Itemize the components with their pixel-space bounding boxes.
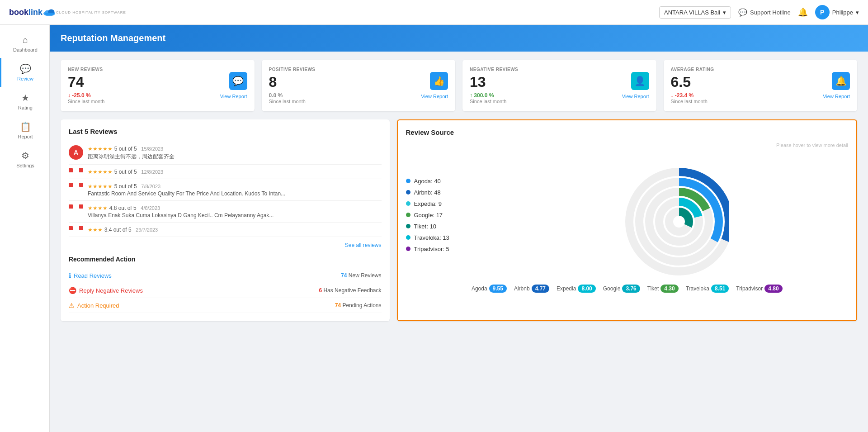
agoda-label: Agoda: 40 xyxy=(414,178,441,185)
rating-agoda: Agoda 9.55 xyxy=(472,285,507,293)
review-meta-2: ★★★★★ 5 out of 5 12/8/2023 xyxy=(88,168,382,175)
page-title: Reputation Management xyxy=(61,33,857,43)
review-flag-3 xyxy=(69,183,83,187)
content-area: NEW REVIEWS 74 ↓ -25.0 % Since last mont… xyxy=(50,52,868,329)
card-positive-right: 👍 View Report xyxy=(421,72,448,99)
card-avg-right: 🔔 View Report xyxy=(823,72,850,99)
positive-reviews-label: POSITIVE REVIEWS xyxy=(269,67,316,72)
legend-agoda: Agoda: 40 xyxy=(406,178,465,185)
agoda-source-label: Agoda xyxy=(472,285,487,292)
sidebar-item-report[interactable]: 📋 Report xyxy=(0,116,49,145)
agoda-dot xyxy=(406,179,410,183)
legend-traveloka: Traveloka: 13 xyxy=(406,234,465,241)
tripadvisor-source-label: Tripadvisor xyxy=(736,285,763,292)
average-rating-view-report[interactable]: View Report xyxy=(823,94,850,99)
card-new-reviews-right: 💬 View Report xyxy=(220,72,247,99)
action-required-label[interactable]: ⚠ Action Required xyxy=(69,302,119,309)
review-stars-1: ★★★★★ xyxy=(88,146,113,152)
negative-reviews-view-report[interactable]: View Report xyxy=(622,94,649,99)
google-score: 3.76 xyxy=(622,285,640,293)
review-flag-2 xyxy=(69,168,83,172)
review-text-3: Fantastic Room And Service Quality For T… xyxy=(88,190,382,197)
legend-tripadvisor: Tripadvisor: 5 xyxy=(406,246,465,252)
review-item-3: ★★★★★ 5 out of 5 7/8/2023 Fantastic Room… xyxy=(69,179,382,201)
user-menu[interactable]: P Philippe ▾ xyxy=(815,5,859,19)
new-reviews-since: Since last month xyxy=(68,99,104,104)
report-icon: 📋 xyxy=(20,121,31,132)
review-source-panel: Review Source Please hover to view more … xyxy=(397,119,858,321)
chevron-down-icon: ▾ xyxy=(723,9,726,16)
card-negative-left: NEGATIVE REVIEWS 13 ↑ 300.0 % Since last… xyxy=(470,67,518,104)
bottom-section: Last 5 Reviews A ★★★★★ 5 out of 5 15/8/2… xyxy=(61,119,857,321)
sidebar-item-rating[interactable]: ★ Rating xyxy=(0,87,49,116)
donut-chart xyxy=(593,152,729,278)
action-required: ⚠ Action Required 74 Pending Actions xyxy=(69,298,382,313)
card-negative-right: 👤 View Report xyxy=(622,72,649,99)
sidebar-label-settings: Settings xyxy=(16,163,34,168)
tripadvisor-score: 4.80 xyxy=(764,285,782,293)
review-date-5: 29/7/2023 xyxy=(136,227,158,233)
review-text-4: Villanya Enak Suka Cuma Lokasinya D Gang… xyxy=(88,212,382,218)
action-reply-negative: ⛔ Reply Negative Reviews 6 Has Negative … xyxy=(69,283,382,298)
rating-traveloka: Traveloka 8.51 xyxy=(686,285,729,293)
review-date-4: 4/8/2023 xyxy=(141,205,160,211)
home-icon: ⌂ xyxy=(23,35,28,45)
google-source-label: Google xyxy=(603,285,621,292)
support-hotline-button[interactable]: 💬 Support Hotline xyxy=(738,8,791,17)
review-stars-5: ★★★ xyxy=(88,227,103,233)
review-score-1: 5 out of 5 xyxy=(114,146,137,152)
action-required-number: 74 xyxy=(335,302,341,309)
warning-icon: ⚠ xyxy=(69,302,75,309)
google-label: Google: 17 xyxy=(414,212,443,218)
review-stars-4: ★★★★ xyxy=(88,205,108,211)
hotel-selector[interactable]: ANTARA VILLAS Bali ▾ xyxy=(659,6,731,19)
sidebar-label-report: Report xyxy=(18,134,33,139)
card-positive-reviews: POSITIVE REVIEWS 8 0.0 % Since last mont… xyxy=(262,60,456,111)
reply-negative-label[interactable]: ⛔ Reply Negative Reviews xyxy=(69,287,143,294)
svg-rect-3 xyxy=(45,13,54,14)
negative-reviews-since: Since last month xyxy=(470,99,518,104)
review-date-3: 7/8/2023 xyxy=(141,184,160,189)
review-score-2: 5 out of 5 xyxy=(114,169,137,175)
negative-reviews-change: ↑ 300.0 % xyxy=(470,92,518,99)
reviews-panel-title: Last 5 Reviews xyxy=(69,128,382,135)
sidebar-label-review: Review xyxy=(17,76,33,81)
avatar: P xyxy=(815,5,830,19)
see-all-reviews-link[interactable]: See all reviews xyxy=(345,242,382,248)
new-reviews-label: NEW REVIEWS xyxy=(68,67,104,72)
read-reviews-label[interactable]: ℹ Read Reviews xyxy=(69,272,112,279)
average-rating-since: Since last month xyxy=(671,99,714,104)
notifications-bell-icon[interactable]: 🔔 xyxy=(798,7,808,17)
ratings-bar: Agoda 9.55 Airbnb 4.77 Expedia 8.00 Goog… xyxy=(406,285,849,293)
review-meta-1: ★★★★★ 5 out of 5 15/8/2023 距离冰明澡主街不远，周边配… xyxy=(88,145,382,161)
google-dot xyxy=(406,213,410,217)
app-subtitle: CLOUD HOSPITALITY SOFTWARE xyxy=(56,11,126,14)
sidebar-item-settings[interactable]: ⚙ Settings xyxy=(0,145,49,174)
review-flag-5 xyxy=(69,226,83,230)
review-date-2: 12/8/2023 xyxy=(141,169,163,175)
support-hotline-label: Support Hotline xyxy=(750,9,791,16)
see-all-reviews[interactable]: See all reviews xyxy=(69,242,382,248)
logo-link: link xyxy=(28,8,42,17)
average-rating-label: AVERAGE RATING xyxy=(671,67,714,72)
review-meta-5: ★★★ 3.4 out of 5 29/7/2023 xyxy=(88,226,382,233)
read-reviews-number: 74 xyxy=(341,272,347,279)
review-source-title: Review Source xyxy=(406,128,849,136)
new-reviews-view-report[interactable]: View Report xyxy=(220,94,247,99)
logo-cloud-icon xyxy=(42,8,56,17)
topnav-right: ANTARA VILLAS Bali ▾ 💬 Support Hotline 🔔… xyxy=(659,5,859,19)
expedia-score: 8.00 xyxy=(578,285,595,293)
new-reviews-change: ↓ -25.0 % xyxy=(68,92,104,99)
positive-reviews-view-report[interactable]: View Report xyxy=(421,94,448,99)
info-icon: ℹ xyxy=(69,272,71,279)
card-avg-left: AVERAGE RATING 6.5 ↓ -23.4 % Since last … xyxy=(671,67,714,104)
average-rating-change: ↓ -23.4 % xyxy=(671,92,714,99)
positive-reviews-change: 0.0 % xyxy=(269,92,316,99)
sidebar-label-rating: Rating xyxy=(18,105,33,110)
hotel-name: ANTARA VILLAS Bali xyxy=(664,9,720,16)
negative-reviews-value: 13 xyxy=(470,74,518,90)
sidebar-item-review[interactable]: 💬 Review xyxy=(0,58,49,87)
sidebar-item-dashboard[interactable]: ⌂ Dashboard xyxy=(0,29,49,58)
gear-icon: ⚙ xyxy=(21,150,29,161)
left-panel: Last 5 Reviews A ★★★★★ 5 out of 5 15/8/2… xyxy=(61,119,390,321)
